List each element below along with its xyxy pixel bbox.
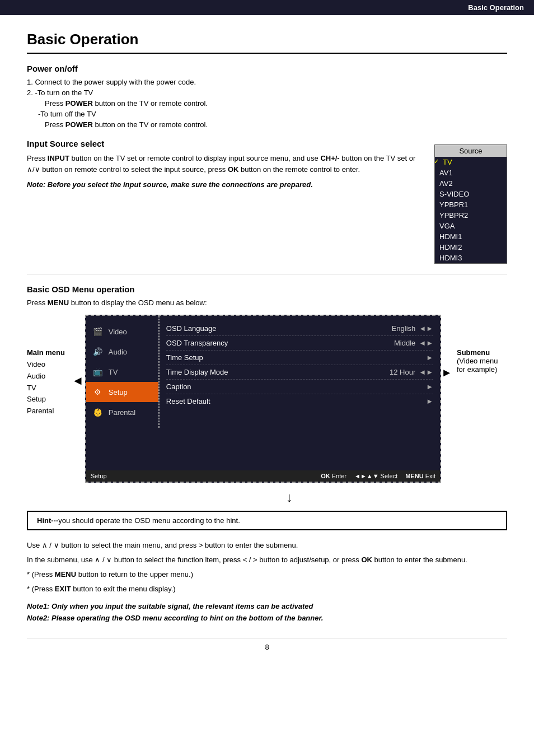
source-item-tv[interactable]: TV bbox=[435, 157, 507, 167]
bottom-ok: OK Enter bbox=[321, 473, 346, 479]
arrow-out-screen-icon: ► bbox=[441, 366, 452, 379]
input-source-section: Input Source select Press INPUT button o… bbox=[27, 139, 507, 274]
source-item-svideo[interactable]: S-VIDEO bbox=[435, 189, 507, 199]
instruction-1: Use ∧ / ∨ button to select the main menu… bbox=[27, 539, 507, 552]
source-item-hdmi1[interactable]: HDMI1 bbox=[435, 231, 507, 242]
osd-intro: Press MENU button to display the OSD men… bbox=[27, 298, 507, 307]
osd-menu-audio[interactable]: 🔊 Audio bbox=[86, 342, 158, 362]
source-item-ypbpr2[interactable]: YPBPR2 bbox=[435, 210, 507, 221]
mm-item-audio: Audio bbox=[27, 371, 72, 382]
osd-menu-tv[interactable]: 📺 TV bbox=[86, 362, 158, 382]
submenu-reset-default[interactable]: Reset Default ► bbox=[166, 394, 433, 408]
source-item-vga[interactable]: VGA bbox=[435, 221, 507, 231]
page-title: Basic Operation bbox=[27, 31, 507, 54]
hint-text: Hint---you should operate the OSD menu a… bbox=[37, 516, 240, 525]
source-menu-header: Source bbox=[435, 145, 507, 157]
screen-title-label: Setup bbox=[91, 473, 107, 479]
osd-menu-video[interactable]: 🎬 Video bbox=[86, 321, 158, 342]
source-item-av1[interactable]: AV1 bbox=[435, 167, 507, 178]
power-heading: Power on/off bbox=[27, 64, 507, 73]
power-step3-indent: Press POWER button on the TV or remote c… bbox=[45, 120, 507, 129]
osd-right-panel: OSD Language English ◄► OSD Transparency… bbox=[159, 316, 440, 428]
instruction-2: In the submenu, use ∧ / ∨ button to sele… bbox=[27, 554, 507, 566]
osd-section: Basic OSD Menu operation Press MENU butt… bbox=[27, 284, 507, 624]
instruction-3: * (Press MENU button to return to the up… bbox=[27, 568, 507, 581]
main-menu-labels: Main menu Video Audio TV Setup Parental bbox=[27, 315, 72, 417]
video-icon: 🎬 bbox=[92, 325, 104, 338]
submenu-time-display[interactable]: Time Display Mode 12 Hour ◄► bbox=[166, 365, 433, 380]
power-step2: 2. -To turn on the TV bbox=[27, 88, 507, 97]
tv-icon: 📺 bbox=[92, 366, 104, 378]
audio-icon: 🔊 bbox=[92, 346, 104, 358]
instruction-4: * (Press EXIT button to exit the menu di… bbox=[27, 583, 507, 595]
osd-bottom-bar: Setup OK Enter ◄►▲▼ Select MENU Exit bbox=[86, 470, 440, 482]
power-step1: 1. Connect to the power supply with the … bbox=[27, 78, 507, 86]
power-step3: -To turn off the TV bbox=[38, 110, 507, 118]
osd-menu-setup[interactable]: ⚙ Setup bbox=[86, 382, 158, 402]
source-item-hdmi3[interactable]: HDMI3 bbox=[435, 253, 507, 263]
submenu-caption[interactable]: Caption ► bbox=[166, 380, 433, 394]
mm-item-tv: TV bbox=[27, 382, 72, 394]
header-label: Basic Operation bbox=[468, 3, 524, 12]
submenu-subtitle2: for example) bbox=[457, 365, 497, 374]
source-item-av2[interactable]: AV2 bbox=[435, 178, 507, 189]
setup-icon: ⚙ bbox=[92, 386, 104, 398]
osd-screen: 🎬 Video 🔊 Audio 📺 TV ⚙ bbox=[85, 315, 441, 483]
bottom-menu: MENU Exit bbox=[405, 473, 435, 479]
hint-box: Hint---you should operate the OSD menu a… bbox=[27, 511, 507, 530]
instruction-text: Use ∧ / ∨ button to select the main menu… bbox=[27, 539, 507, 595]
input-source-paragraph: Press INPUT button on the TV set or remo… bbox=[27, 153, 421, 175]
bottom-select: ◄►▲▼ Select bbox=[354, 473, 397, 479]
note1: Note1: Only when you input the suitable … bbox=[27, 601, 507, 624]
mm-item-video: Video bbox=[27, 359, 72, 371]
main-content: Basic Operation Power on/off 1. Connect … bbox=[0, 15, 534, 674]
power-step2-indent: Press POWER button on the TV or remote c… bbox=[45, 99, 507, 108]
input-source-text: Input Source select Press INPUT button o… bbox=[27, 139, 421, 195]
osd-heading: Basic OSD Menu operation bbox=[27, 284, 507, 294]
power-section: Power on/off 1. Connect to the power sup… bbox=[27, 64, 507, 129]
submenu-osd-transparency[interactable]: OSD Transparency Middle ◄► bbox=[166, 336, 433, 351]
osd-menu-parental[interactable]: 👶 Parental bbox=[86, 402, 158, 422]
input-source-heading: Input Source select bbox=[27, 139, 421, 148]
osd-left-panel: 🎬 Video 🔊 Audio 📺 TV ⚙ bbox=[86, 316, 159, 428]
header-bar: Basic Operation bbox=[0, 0, 534, 15]
main-menu-title: Main menu bbox=[27, 348, 72, 357]
down-arrow-icon: ↓ bbox=[286, 489, 293, 505]
page-number: 8 bbox=[27, 638, 507, 651]
parental-icon: 👶 bbox=[92, 406, 104, 418]
arrow-into-screen-icon: ◄ bbox=[72, 374, 84, 388]
source-item-ypbpr1[interactable]: YPBPR1 bbox=[435, 199, 507, 210]
source-item-hdmi2[interactable]: HDMI2 bbox=[435, 242, 507, 253]
submenu-subtitle: (Video menu bbox=[457, 357, 498, 365]
submenu-osd-language[interactable]: OSD Language English ◄► bbox=[166, 321, 433, 336]
source-menu: Source TV AV1 AV2 S-VIDEO YPBPR1 YPBPR2 … bbox=[434, 144, 507, 264]
submenu-title: Submenu bbox=[457, 348, 490, 357]
submenu-time-setup[interactable]: Time Setup ► bbox=[166, 351, 433, 365]
input-source-note: Note: Before you select the input source… bbox=[27, 179, 421, 190]
mm-item-parental: Parental bbox=[27, 405, 72, 417]
submenu-label-box: Submenu (Video menu for example) bbox=[457, 315, 507, 374]
mm-item-setup: Setup bbox=[27, 394, 72, 405]
